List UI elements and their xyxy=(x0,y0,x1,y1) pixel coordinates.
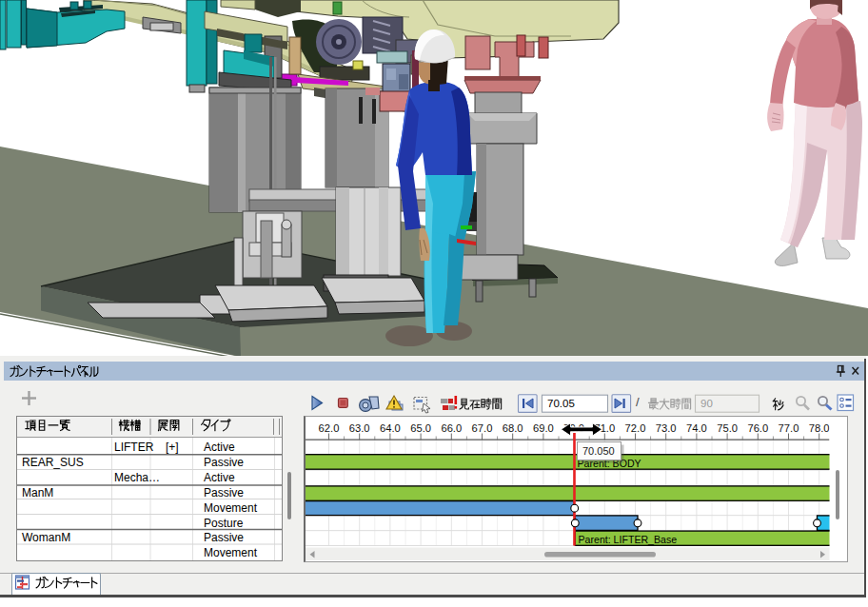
svg-text:69.0: 69.0 xyxy=(533,422,554,434)
svg-text:70.050: 70.050 xyxy=(582,445,615,457)
svg-text:73.0: 73.0 xyxy=(656,422,677,434)
svg-text:66.0: 66.0 xyxy=(441,422,462,434)
svg-text:65.0: 65.0 xyxy=(410,422,431,434)
svg-text:67.0: 67.0 xyxy=(472,422,493,434)
svg-text:76.0: 76.0 xyxy=(747,422,768,434)
svg-text:63.0: 63.0 xyxy=(349,422,370,434)
svg-text:78.0: 78.0 xyxy=(809,422,830,434)
svg-text:72.0: 72.0 xyxy=(625,422,646,434)
svg-text:62.0: 62.0 xyxy=(319,422,340,434)
svg-text:Parent: LIFTER_Base: Parent: LIFTER_Base xyxy=(579,534,678,545)
svg-text:74.0: 74.0 xyxy=(686,422,707,434)
svg-text:68.0: 68.0 xyxy=(503,422,523,434)
svg-text:75.0: 75.0 xyxy=(717,422,738,434)
svg-text:64.0: 64.0 xyxy=(380,422,401,434)
svg-text:77.0: 77.0 xyxy=(779,422,799,434)
